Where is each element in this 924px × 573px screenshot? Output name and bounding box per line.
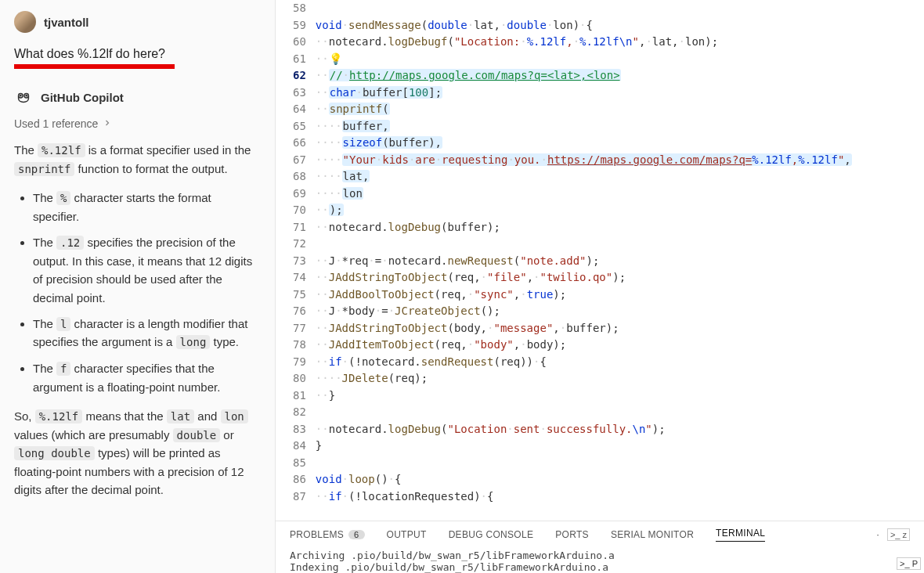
chevron-right-icon (103, 117, 112, 130)
tab-output[interactable]: OUTPUT (387, 529, 427, 540)
terminal-output[interactable]: Archiving .pio/build/bw_swan_r5/libFrame… (290, 550, 910, 573)
answer-bullets: The % character starts the format specif… (14, 189, 261, 396)
chat-sidebar: tjvantoll What does %.12lf do here? GitH… (0, 0, 276, 573)
tab-terminal[interactable]: TERMINAL (716, 528, 765, 542)
tab-ports[interactable]: PORTS (555, 529, 589, 540)
list-item: The l character is a length modifier tha… (33, 315, 261, 351)
copilot-header: GitHub Copilot (14, 88, 261, 106)
question-highlight (14, 64, 175, 69)
references-toggle[interactable]: Used 1 reference (14, 117, 261, 130)
editor-pane: 5859606162636465666768697071727374757677… (276, 0, 924, 573)
avatar (14, 11, 36, 33)
tab-problems[interactable]: PROBLEMS6 (290, 529, 365, 540)
code-snippet: %.12lf (38, 143, 85, 157)
answer-closing: So, %.12lf means that the lat and lon va… (14, 407, 261, 499)
tab-serial-monitor[interactable]: SERIAL MONITOR (611, 529, 694, 540)
copilot-answer: The %.12lf is a format specifier used in… (14, 141, 261, 499)
references-label: Used 1 reference (14, 117, 98, 130)
shell-z-icon[interactable]: >_ z (887, 528, 910, 541)
panel-actions: · >_ z (876, 528, 910, 541)
svg-point-2 (20, 96, 21, 96)
user-row: tjvantoll (14, 11, 261, 33)
copilot-name: GitHub Copilot (41, 91, 124, 104)
minimize-icon[interactable]: · (876, 528, 879, 541)
list-item: The .12 specifies the precision of the o… (33, 233, 261, 306)
code-editor[interactable]: 5859606162636465666768697071727374757677… (276, 0, 924, 521)
username: tjvantoll (44, 16, 89, 29)
copilot-icon (14, 88, 33, 106)
svg-point-3 (26, 96, 27, 96)
list-item: The % character starts the format specif… (33, 189, 261, 225)
code-snippet: snprintf (14, 162, 74, 176)
shell-p-icon[interactable]: >_ P (897, 557, 921, 570)
list-item: The f character specifies that the argum… (33, 359, 261, 396)
bottom-panel: PROBLEMS6 OUTPUT DEBUG CONSOLE PORTS SER… (276, 521, 924, 573)
answer-intro: The %.12lf is a format specifier used in… (14, 141, 261, 178)
tab-debug-console[interactable]: DEBUG CONSOLE (449, 529, 534, 540)
panel-tabs: PROBLEMS6 OUTPUT DEBUG CONSOLE PORTS SER… (290, 528, 910, 542)
code-content[interactable]: void·sendMessage(double·lat,·double·lon)… (316, 0, 924, 521)
line-gutter: 5859606162636465666768697071727374757677… (276, 0, 316, 521)
user-question: What does %.12lf do here? (14, 47, 261, 61)
problems-badge: 6 (348, 530, 364, 539)
